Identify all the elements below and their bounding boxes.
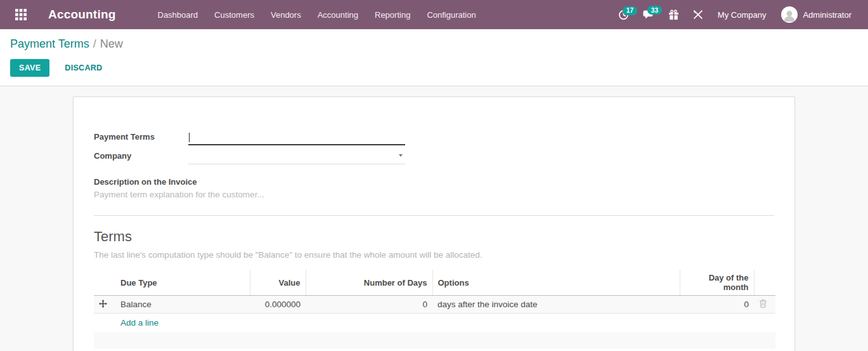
- table-row: Balance 0.000000 0 days after the invoic…: [94, 296, 775, 314]
- menu-accounting[interactable]: Accounting: [311, 6, 365, 23]
- breadcrumb-separator: /: [89, 37, 100, 50]
- company-switcher[interactable]: My Company: [711, 6, 773, 23]
- menu-vendors[interactable]: Vendors: [264, 6, 308, 23]
- description-label: Description on the Invoice: [94, 177, 774, 187]
- save-button[interactable]: SAVE: [10, 59, 49, 77]
- terms-section-title: Terms: [94, 228, 774, 245]
- menu-dashboard[interactable]: Dashboard: [152, 6, 205, 23]
- payment-terms-label: Payment Terms: [94, 132, 188, 145]
- cell-number-of-days[interactable]: 0: [306, 296, 432, 314]
- user-menu[interactable]: Administrator: [775, 3, 858, 27]
- text-cursor: [189, 133, 190, 142]
- cell-options[interactable]: days after the invoice date: [432, 296, 680, 314]
- payment-terms-input[interactable]: [188, 130, 405, 145]
- company-name: My Company: [718, 10, 767, 20]
- company-field-row: Company: [94, 147, 774, 164]
- header-due-type[interactable]: Due Type: [115, 270, 250, 296]
- trash-icon[interactable]: [759, 299, 767, 308]
- header-value[interactable]: Value: [250, 270, 306, 296]
- gift-icon[interactable]: [663, 6, 685, 24]
- move-icon[interactable]: [99, 300, 107, 308]
- header-options[interactable]: Options: [432, 270, 680, 296]
- company-select[interactable]: [188, 149, 405, 164]
- app-title: Accounting: [48, 8, 116, 22]
- systray: 17 33 My Company: [612, 3, 858, 27]
- menu-reporting[interactable]: Reporting: [368, 6, 417, 23]
- user-name: Administrator: [803, 10, 852, 20]
- invoice-description-input[interactable]: Payment term explanation for the custome…: [94, 190, 774, 201]
- messages-chat-icon[interactable]: 33: [637, 5, 660, 24]
- discard-button[interactable]: DISCARD: [56, 59, 111, 77]
- caret-down-icon: [399, 154, 403, 157]
- header-delete-spacer: [754, 270, 775, 296]
- add-line-row: Add a line: [94, 314, 775, 333]
- section-divider: [94, 215, 774, 216]
- description-block: Description on the Invoice Payment term …: [94, 177, 774, 201]
- table-header-row: Due Type Value Number of Days Options Da…: [94, 270, 775, 296]
- breadcrumb: Payment Terms/New: [10, 37, 858, 51]
- control-panel: Payment Terms/New SAVE DISCARD: [0, 29, 868, 86]
- terms-table: Due Type Value Number of Days Options Da…: [94, 270, 775, 348]
- breadcrumb-current: New: [100, 37, 123, 50]
- empty-stripe-row: [94, 332, 775, 348]
- menu-configuration[interactable]: Configuration: [420, 6, 482, 23]
- breadcrumb-payment-terms-link[interactable]: Payment Terms: [10, 37, 89, 50]
- cell-day-of-month[interactable]: 0: [680, 296, 754, 314]
- activity-count-badge: 17: [623, 6, 637, 15]
- activity-clock-icon[interactable]: 17: [612, 6, 635, 24]
- add-a-line-link[interactable]: Add a line: [120, 318, 159, 328]
- main-menu: Dashboard Customers Vendors Accounting R…: [152, 6, 483, 23]
- cell-value[interactable]: 0.000000: [250, 296, 306, 314]
- avatar-icon: [781, 6, 798, 23]
- terms-section-subtitle: The last line's computation type should …: [94, 250, 774, 260]
- company-label: Company: [94, 151, 188, 164]
- menu-customers[interactable]: Customers: [208, 6, 261, 23]
- top-navbar: Accounting Dashboard Customers Vendors A…: [0, 0, 868, 29]
- header-number-of-days[interactable]: Number of Days: [306, 270, 432, 296]
- form-sheet: Payment Terms Company Description on the…: [73, 96, 795, 351]
- header-day-of-month[interactable]: Day of the month: [680, 270, 754, 296]
- tools-icon[interactable]: [687, 6, 709, 23]
- payment-terms-field-row: Payment Terms: [94, 128, 774, 145]
- cell-due-type[interactable]: Balance: [115, 296, 250, 314]
- content-area: Payment Terms Company Description on the…: [0, 86, 868, 351]
- action-buttons: SAVE DISCARD: [10, 59, 858, 77]
- header-handle-spacer: [94, 270, 115, 296]
- message-count-badge: 33: [647, 6, 662, 15]
- apps-grid-icon[interactable]: [10, 4, 32, 25]
